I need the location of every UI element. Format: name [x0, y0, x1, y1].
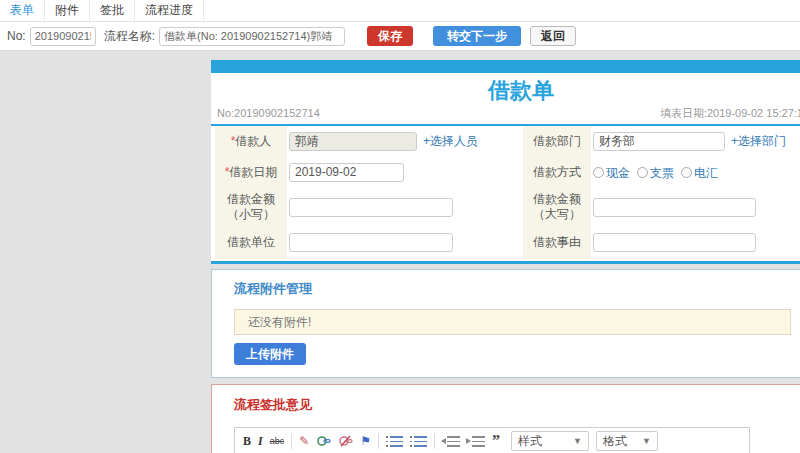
form-meta: No:20190902152714 填表日期:2019-09-02 15:27:…	[211, 105, 800, 122]
borrower-label: *借款人	[215, 126, 287, 156]
method-label: 借款方式	[523, 156, 591, 188]
amount-big-field	[591, 188, 800, 226]
strikethrough-icon[interactable]: abc	[270, 434, 285, 448]
form-card-top-bar	[211, 60, 800, 73]
chevron-down-icon: ▼	[642, 436, 651, 446]
blockquote-icon[interactable]: ”	[492, 437, 500, 445]
remove-format-icon[interactable]: ✎	[299, 434, 309, 448]
indent-icon[interactable]	[467, 436, 485, 447]
department-input[interactable]	[593, 132, 725, 151]
department-label: 借款部门	[523, 126, 591, 156]
tab-approval[interactable]: 签批	[90, 0, 135, 21]
loan-form-table: *借款人 +选择人员 借款部门 +选择部门 *借款日期 借款方式 现金支票电汇	[215, 126, 800, 259]
toolbar-separator	[378, 434, 379, 449]
link-icon[interactable]	[316, 435, 331, 447]
header: 表单 附件 签批 流程进度 No: 流程名称: 保存 转交下一步 返回	[0, 0, 800, 51]
loan-date-label: *借款日期	[215, 156, 287, 188]
toolbar-separator	[434, 434, 435, 449]
amount-small-label: 借款金额（小写）	[215, 188, 287, 226]
radio-cheque-label[interactable]: 支票	[650, 166, 674, 180]
unlink-icon[interactable]	[338, 435, 353, 447]
form-doc-no: No:20190902152714	[217, 107, 320, 119]
format-dropdown-label: 格式	[603, 433, 627, 450]
action-toolbar: No: 流程名称: 保存 转交下一步 返回	[0, 22, 800, 51]
page: { "tabs": { "items": [ { "label": "表单" }…	[0, 0, 800, 453]
no-input[interactable]	[30, 27, 96, 46]
form-row-1: *借款人 +选择人员 借款部门 +选择部门	[215, 126, 800, 156]
approval-heading: 流程签批意见	[234, 396, 800, 414]
reason-label: 借款事由	[523, 226, 591, 259]
select-department-link[interactable]: +选择部门	[731, 134, 786, 148]
tab-bar: 表单 附件 签批 流程进度	[0, 0, 800, 22]
upload-attachment-button[interactable]: 上传附件	[234, 343, 306, 365]
italic-icon[interactable]: I	[258, 434, 263, 448]
unit-input[interactable]	[289, 233, 453, 252]
borrower-input[interactable]	[289, 132, 417, 151]
approval-card: 流程签批意见 B I abc ✎ ⚑	[211, 384, 800, 453]
method-field: 现金支票电汇	[591, 156, 800, 188]
chevron-down-icon: ▼	[573, 436, 582, 446]
radio-wire-label[interactable]: 电汇	[694, 166, 718, 180]
anchor-icon[interactable]: ⚑	[360, 434, 371, 448]
amount-small-input[interactable]	[289, 198, 453, 217]
amount-small-field	[287, 188, 523, 226]
loan-form-card: 借款单 No:20190902152714 填表日期:2019-09-02 15…	[211, 60, 800, 264]
rich-text-editor: B I abc ✎ ⚑ ” 样式	[234, 427, 750, 453]
no-label: No:	[7, 29, 26, 43]
outdent-icon[interactable]	[442, 436, 460, 447]
radio-cash-label[interactable]: 现金	[606, 166, 630, 180]
process-name-input[interactable]	[159, 27, 345, 46]
form-row-2: *借款日期 借款方式 现金支票电汇	[215, 156, 800, 188]
select-person-link[interactable]: +选择人员	[423, 134, 478, 148]
tab-form[interactable]: 表单	[0, 0, 45, 21]
styles-dropdown[interactable]: 样式 ▼	[511, 431, 589, 451]
no-attachments-notice: 还没有附件!	[234, 309, 791, 335]
form-row-3: 借款金额（小写） 借款金额（大写）	[215, 188, 800, 226]
radio-wire[interactable]	[681, 167, 692, 178]
numbered-list-icon[interactable]	[390, 436, 403, 447]
format-dropdown[interactable]: 格式 ▼	[596, 431, 658, 451]
amount-big-label: 借款金额（大写）	[523, 188, 591, 226]
form-card-bottom-bar	[211, 261, 800, 264]
unit-label: 借款单位	[215, 226, 287, 259]
page-title: 借款单	[211, 76, 800, 105]
reason-field	[591, 226, 800, 259]
borrower-field: +选择人员	[287, 126, 523, 156]
loan-date-input[interactable]	[289, 163, 404, 182]
editor-toolbar: B I abc ✎ ⚑ ” 样式	[235, 428, 749, 453]
process-name-label: 流程名称:	[104, 28, 155, 45]
radio-cheque[interactable]	[637, 167, 648, 178]
unit-field	[287, 226, 523, 259]
amount-big-input[interactable]	[593, 198, 756, 217]
bold-icon[interactable]: B	[243, 434, 251, 448]
department-field: +选择部门	[591, 126, 800, 156]
loan-date-field	[287, 156, 523, 188]
toolbar-separator	[291, 434, 292, 449]
tab-progress[interactable]: 流程进度	[135, 0, 204, 21]
radio-cash[interactable]	[593, 167, 604, 178]
reason-input[interactable]	[593, 233, 756, 252]
form-row-4: 借款单位 借款事由	[215, 226, 800, 259]
tab-attachments[interactable]: 附件	[45, 0, 90, 21]
main-column: 借款单 No:20190902152714 填表日期:2019-09-02 15…	[211, 60, 800, 453]
save-button[interactable]: 保存	[367, 26, 413, 46]
attachments-card: 流程附件管理 还没有附件! 上传附件	[211, 269, 800, 378]
attachments-heading: 流程附件管理	[234, 280, 800, 298]
styles-dropdown-label: 样式	[518, 433, 542, 450]
form-fill-date: 填表日期:2019-09-02 15:27:1	[660, 105, 800, 122]
back-button[interactable]: 返回	[530, 26, 576, 46]
bulleted-list-icon[interactable]	[414, 436, 427, 447]
next-step-button[interactable]: 转交下一步	[433, 26, 521, 46]
